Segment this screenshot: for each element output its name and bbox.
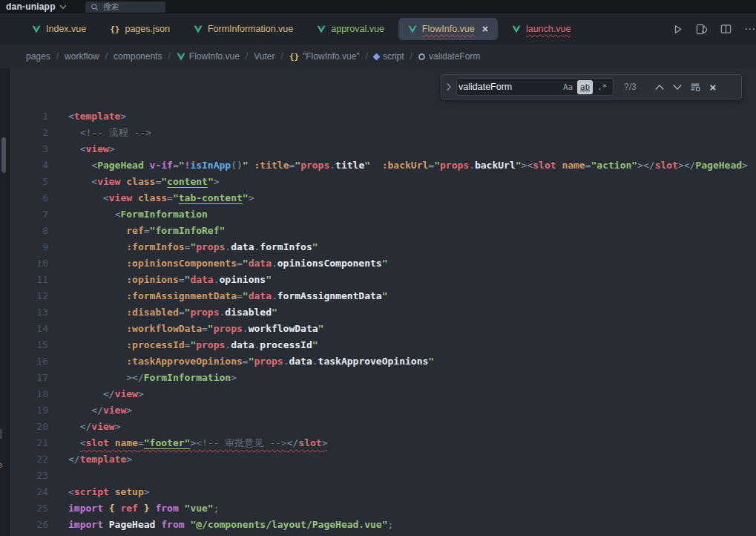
tab-FormInformation.vue[interactable]: FormInformation.vue: [184, 18, 303, 40]
method-icon: [418, 53, 425, 60]
tab-FlowInfo.vue[interactable]: FlowInfo.vue×: [398, 18, 498, 40]
braces-icon: {}: [110, 24, 119, 34]
code-line: 14 :workflowData="props.workflowData": [0, 321, 756, 337]
code-line: 11 :opinions="data.opinions": [0, 272, 756, 288]
find-toggles: Aaab.*: [559, 80, 610, 94]
code-line: 23: [0, 468, 756, 484]
code-line: 10 :opinionsComponents="data.opinionsCom…: [0, 255, 756, 272]
left-gutter-strip: e: [0, 68, 10, 536]
find-input[interactable]: Aaab.*: [456, 78, 614, 96]
tab-label: pages.json: [125, 24, 169, 34]
code-line: 5 <view class="content">: [0, 174, 756, 190]
breadcrumb-item[interactable]: pages: [26, 51, 50, 62]
more-icon[interactable]: ⋯: [744, 22, 756, 36]
toggle-replace-chevron[interactable]: [441, 83, 456, 91]
breadcrumb-separator: /: [280, 51, 283, 62]
breadcrumb-item-label: components: [114, 51, 162, 62]
breadcrumb-separator: /: [246, 51, 248, 62]
symbol-icon: [372, 53, 380, 60]
breadcrumb-item[interactable]: {}"FlowInfo.vue": [289, 51, 360, 62]
braces-icon: {}: [289, 52, 299, 62]
breadcrumb-item-label: workflow: [65, 51, 99, 62]
breadcrumb-separator: /: [410, 51, 412, 62]
code-area[interactable]: 1<template>2 <!-- 流程 -->3 <view>4 <PageH…: [0, 68, 756, 533]
breadcrumb-item[interactable]: workflow: [65, 51, 99, 62]
tab-bar: Index.vue{}pages.jsonFormInformation.vue…: [0, 13, 756, 45]
vue-icon: [512, 25, 521, 33]
find-results-count: ?/3: [624, 82, 643, 92]
close-icon[interactable]: ×: [482, 24, 488, 34]
find-in-selection-button[interactable]: [688, 79, 703, 94]
code-line: 17 ></FormInformation>: [0, 370, 756, 386]
breadcrumb-item-label: validateForm: [429, 51, 480, 62]
code-line: 26import PageHead from "@/components/lay…: [0, 517, 756, 533]
chevron-up-icon: [655, 84, 664, 91]
find-query-field[interactable]: [458, 82, 559, 92]
match-case-toggle[interactable]: Aa: [560, 80, 576, 94]
split-editor-icon[interactable]: [720, 24, 732, 34]
close-find-icon[interactable]: ×: [706, 79, 720, 94]
code-line: 9 :formInfos="props.data.formInfos": [0, 239, 756, 255]
breadcrumb-separator: /: [168, 51, 170, 62]
chevron-down-icon: [673, 84, 682, 91]
breadcrumb-item[interactable]: Vuter: [254, 51, 275, 62]
code-line: 15 :processId="props.data.processId": [0, 337, 756, 353]
tab-pages.json[interactable]: {}pages.json: [100, 18, 180, 40]
chevron-right-icon: [447, 83, 451, 91]
editor-window: dan-uniapp 搜索 Index.vue{}pages.jsonFormI…: [0, 0, 756, 536]
breadcrumb-item[interactable]: FlowInfo.vue: [177, 51, 240, 62]
code-line: 22</template>: [0, 451, 756, 468]
scrollbar-thumb[interactable]: [1, 137, 6, 173]
code-line: 24<script setup>: [0, 484, 756, 500]
find-next-button[interactable]: [670, 79, 685, 94]
breadcrumb-item[interactable]: script: [374, 51, 404, 62]
tab-label: FormInformation.vue: [208, 24, 293, 34]
code-line: 7 <FormInformation: [0, 206, 756, 223]
chevron-down-icon[interactable]: [60, 5, 66, 9]
gutter-mark: [0, 429, 2, 439]
code-editor[interactable]: Aaab.* ?/3 × 1<template>2 <!-- 流程 -->3 <…: [0, 68, 756, 536]
breadcrumb-item[interactable]: validateForm: [418, 51, 480, 62]
find-previous-button[interactable]: [652, 79, 667, 94]
tab-approval.vue[interactable]: approval.vue: [307, 18, 394, 40]
code-line: 21 <slot name="footer"><!-- 审批意见 --></sl…: [0, 435, 756, 451]
find-in-selection-icon: [690, 82, 700, 92]
breadcrumb-item-label: script: [383, 51, 404, 62]
tab-label: launch.vue: [526, 24, 571, 34]
regex-toggle[interactable]: .*: [594, 80, 610, 94]
breadcrumb-item-label: pages: [26, 51, 50, 62]
tab-Index.vue[interactable]: Index.vue: [22, 18, 96, 40]
code-line: 16 :taskApproveOpinions="props.data.task…: [0, 353, 756, 370]
clipped-panel-text: e: [0, 460, 2, 469]
breadcrumb-item-label: "FlowInfo.vue": [303, 51, 360, 62]
global-search-box[interactable]: 搜索: [85, 1, 165, 13]
code-line: 13 :disabled="props.disabled": [0, 304, 756, 321]
code-line: 1<template>: [0, 108, 756, 125]
breadcrumb-item[interactable]: components: [114, 51, 162, 62]
breadcrumb-separator: /: [366, 51, 368, 62]
code-line: 8 ref="formInfoRef": [0, 223, 756, 239]
run-icon[interactable]: [673, 24, 683, 35]
device-preview-icon[interactable]: [696, 24, 708, 35]
breadcrumb-separator: /: [105, 51, 108, 62]
code-line: 4 <PageHead v-if="!isInApp()" :title="pr…: [0, 157, 756, 174]
vue-icon: [32, 25, 41, 33]
breadcrumb-item-label: FlowInfo.vue: [189, 51, 240, 62]
tab-label: Index.vue: [46, 24, 86, 34]
code-line: 3 <view>: [0, 141, 756, 157]
whole-word-toggle[interactable]: ab: [577, 80, 593, 94]
code-line: 25import { ref } from "vue";: [0, 500, 756, 517]
tab-list: Index.vue{}pages.jsonFormInformation.vue…: [22, 18, 580, 40]
code-line: 19 </view>: [0, 402, 756, 419]
vue-icon: [317, 25, 326, 33]
search-icon: [91, 3, 99, 11]
project-name[interactable]: dan-uniapp: [6, 1, 56, 12]
tab-launch.vue[interactable]: launch.vue: [502, 18, 580, 40]
vue-icon: [408, 25, 417, 33]
vue-icon: [177, 53, 185, 61]
search-placeholder: 搜索: [103, 1, 119, 13]
code-line: 6 <view class="tab-content">: [0, 190, 756, 206]
code-line: 2 <!-- 流程 -->: [0, 125, 756, 141]
tab-label: approval.vue: [331, 24, 384, 34]
tab-label: FlowInfo.vue: [422, 24, 475, 34]
